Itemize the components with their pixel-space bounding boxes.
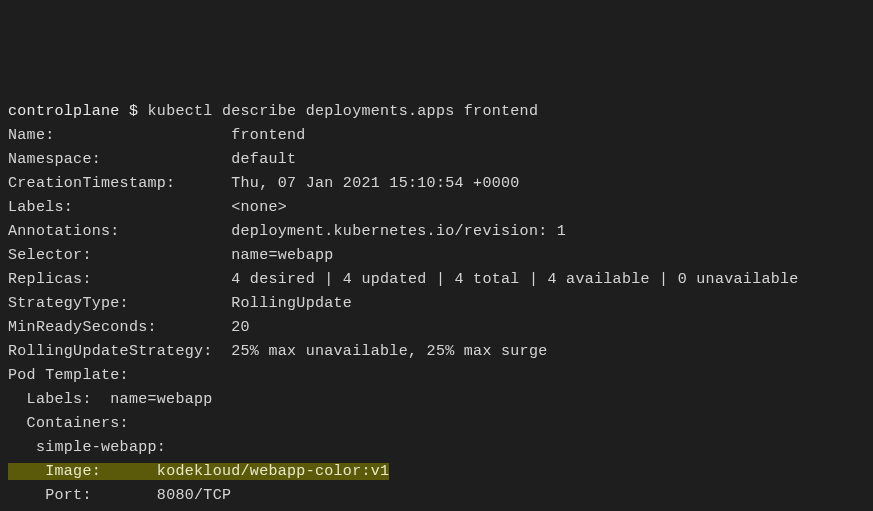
command-text: kubectl describe deployments.apps fronte…	[148, 103, 539, 120]
field-cname-label: simple-webapp:	[8, 439, 166, 456]
field-image-label: Image:	[8, 463, 157, 480]
shell-prompt: controlplane $	[8, 103, 148, 120]
field-name-value: frontend	[231, 127, 305, 144]
field-namespace-label: Namespace:	[8, 151, 101, 168]
field-podtpl-label: Pod Template:	[8, 367, 129, 384]
image-highlight: Image: kodekloud/webapp-color:v1	[8, 463, 389, 480]
field-minready-value: 20	[231, 319, 250, 336]
terminal-output[interactable]: controlplane $ kubectl describe deployme…	[8, 100, 865, 511]
field-namespace-value: default	[231, 151, 296, 168]
field-image-value: kodekloud/webapp-color:v1	[157, 463, 390, 480]
field-port-label: Port:	[8, 487, 157, 504]
field-name-label: Name:	[8, 127, 55, 144]
field-minready-label: MinReadySeconds:	[8, 319, 157, 336]
field-containers-label: Containers:	[8, 415, 129, 432]
field-strategy-label: StrategyType:	[8, 295, 129, 312]
field-strategy-value: RollingUpdate	[231, 295, 352, 312]
field-replicas-value: 4 desired | 4 updated | 4 total | 4 avai…	[231, 271, 798, 288]
field-port-value: 8080/TCP	[157, 487, 231, 504]
field-selector-value: name=webapp	[231, 247, 333, 264]
field-annotations-value: deployment.kubernetes.io/revision: 1	[231, 223, 566, 240]
field-rolling-label: RollingUpdateStrategy:	[8, 343, 213, 360]
field-podlabels-label: Labels: name=webapp	[8, 391, 213, 408]
field-creation-value: Thu, 07 Jan 2021 15:10:54 +0000	[231, 175, 519, 192]
field-labels-label: Labels:	[8, 199, 73, 216]
field-creation-label: CreationTimestamp:	[8, 175, 175, 192]
field-rolling-value: 25% max unavailable, 25% max surge	[231, 343, 547, 360]
field-replicas-label: Replicas:	[8, 271, 92, 288]
field-annotations-label: Annotations:	[8, 223, 120, 240]
field-labels-value: <none>	[231, 199, 287, 216]
field-selector-label: Selector:	[8, 247, 92, 264]
